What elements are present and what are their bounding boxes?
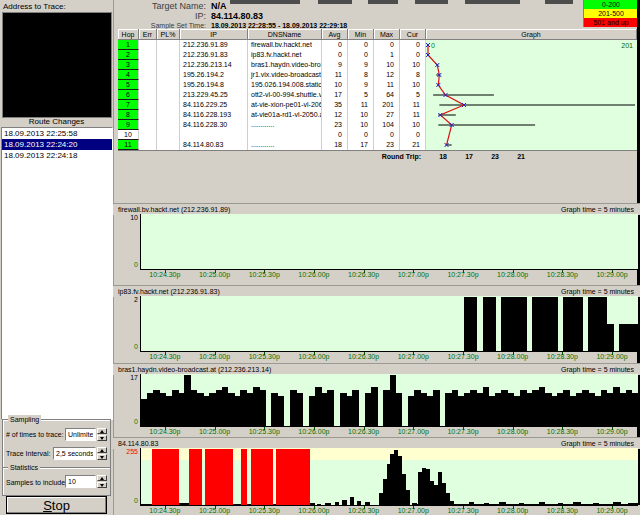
table-row[interactable]: 884.116.228.193at-vie01a-rd1-vl-2050.aor… [118,110,426,120]
clipped-toolbar-fragment [368,0,398,4]
cur-cell: 0 [400,50,426,60]
min-cell: 0 [348,40,374,50]
latency-bar [365,502,370,505]
stepper-up-icon[interactable] [97,475,107,481]
latency-bar [396,393,403,426]
axis-tick [463,352,464,355]
trace-interval-stepper[interactable] [97,447,107,460]
stepper-down-icon[interactable] [97,454,107,460]
y-axis-min-label: 0 [113,261,138,269]
hop-cell: 5 [118,80,139,90]
avg-cell: 9 [322,60,348,70]
latency-bar [489,297,496,351]
column-header-ip[interactable]: IP [180,29,248,40]
table-row[interactable]: 4195.26.194.2jr1.vix.video-broadcast.at1… [118,70,426,80]
min-cell: 0 [348,130,374,140]
cur-cell: 10 [400,60,426,70]
statistics-group-label: Statistics [8,463,40,472]
column-header-pl[interactable]: PL% [157,29,180,40]
table-row[interactable]: 5195.26.194.8195.026.194.008.static.vide… [118,80,426,90]
stepper-down-icon[interactable] [97,435,107,441]
x-axis-labels: 10:24.30p10:25.00p10:25.30p10:26.00p10:2… [140,352,637,363]
dns-cell: ............ [248,120,322,130]
samples-to-include-input[interactable] [65,475,96,488]
round-trip-avg: 18 [426,151,452,163]
table-row[interactable]: 1184.114.80.83............18172321 [118,140,426,150]
latency-bar [179,503,188,505]
min-cell: 17 [348,140,374,150]
err-cell [139,100,157,110]
stepper-up-icon[interactable] [97,428,107,434]
latency-bar [433,390,440,426]
hop-cell: 10 [118,130,139,140]
table-row[interactable]: 984.116.228.30............231010410 [118,120,426,130]
axis-tick [513,352,514,355]
y-axis-min-label: 0 [113,497,138,505]
pl-cell [157,110,180,120]
axis-tick [413,270,414,273]
address-list-box[interactable] [2,12,112,118]
column-header-max[interactable]: Max [374,29,400,40]
column-header-cur[interactable]: Cur [400,29,426,40]
table-row[interactable]: 100000 [118,130,426,140]
column-header-err[interactable]: Err [139,29,157,40]
dns-cell: ............ [248,140,322,150]
column-header-dnsname[interactable]: DNSName [248,29,322,40]
trace-interval-input[interactable] [53,447,96,460]
latency-bar [469,502,474,505]
hop-cell: 2 [118,50,139,60]
column-header-hop[interactable]: Hop [118,29,139,40]
graph-plot-area [140,374,638,427]
round-trip-cur: 21 [504,151,530,163]
axis-tick [165,506,166,509]
round-trip-max: 23 [478,151,504,163]
max-cell: 201 [374,100,400,110]
address-to-trace-label: Address to Trace: [3,2,66,12]
axis-tick [612,352,613,355]
stop-button[interactable]: Stop [6,496,107,514]
table-row[interactable]: 3212.236.213.14bras1.haydn.video-broadca… [118,60,426,70]
legend-item-mid: 201-500 [583,9,638,18]
y-axis-min-label: 0 [113,343,138,351]
route-change-item[interactable]: 18.09.2013 22:24:18 [2,150,112,161]
table-row[interactable]: 6213.229.45.25ott2-vl-00-994.shuttle.vie… [118,90,426,100]
ip-cell: 195.26.194.8 [180,80,248,90]
cur-cell: 21 [400,140,426,150]
hop-cell: 3 [118,60,139,70]
route-change-item[interactable]: 18.09.2013 22:25:58 [2,128,112,139]
x-axis-labels: 10:24.30p10:25.00p10:25.30p10:26.00p10:2… [140,270,637,281]
timeline-graph-hop2: ip83.fv.hackt.net (212.236.91.83)Graph t… [113,285,640,363]
latency-bar [613,502,620,505]
column-header-min[interactable]: Min [348,29,374,40]
dns-cell: at-vie01a-rd1-vl-2050.aorta.net [248,110,322,120]
stepper-up-icon[interactable] [97,447,107,453]
pl-cell [157,60,180,70]
latency-bar [141,504,152,505]
clipped-toolbar-fragment [465,0,520,4]
samples-stepper[interactable] [97,475,107,488]
clipped-toolbar-fragment [318,0,352,4]
ip-cell: 212.236.91.89 [180,40,248,50]
axis-tick [513,506,514,509]
avg-cell: 10 [322,80,348,90]
table-row[interactable]: 1212.236.91.89firewall.bv.hackt.net0000 [118,40,426,50]
table-row[interactable]: 2212.236.91.83ip83.fv.hackt.net0010 [118,50,426,60]
stepper-down-icon[interactable] [97,482,107,488]
avg-cell: 35 [322,100,348,110]
times-to-trace-input[interactable] [65,428,96,441]
table-row[interactable]: 784.116.229.25at-vie-xion-pe01-vl-2063.u… [118,100,426,110]
column-header-graph[interactable]: Graph [426,29,637,40]
route-change-item[interactable]: 18.09.2013 22:24:20 [2,139,112,150]
avg-cell: 17 [322,90,348,100]
pl-cell [157,140,180,150]
column-header-avg[interactable]: Avg [322,29,348,40]
timeline-graph-hop3: bras1.haydn.video-broadcast.at (212.236.… [113,363,640,437]
ip-cell: 213.229.45.25 [180,90,248,100]
latency-bar [558,503,563,505]
clipped-toolbar-fragment [545,0,573,4]
dns-cell: 195.026.194.008.static.video-br [248,80,322,90]
hop-cell: 6 [118,90,139,100]
times-to-trace-stepper[interactable] [97,428,107,441]
ip-cell: 195.26.194.2 [180,70,248,80]
route-changes-list[interactable]: 18.09.2013 22:25:58 18.09.2013 22:24:20 … [1,127,113,420]
